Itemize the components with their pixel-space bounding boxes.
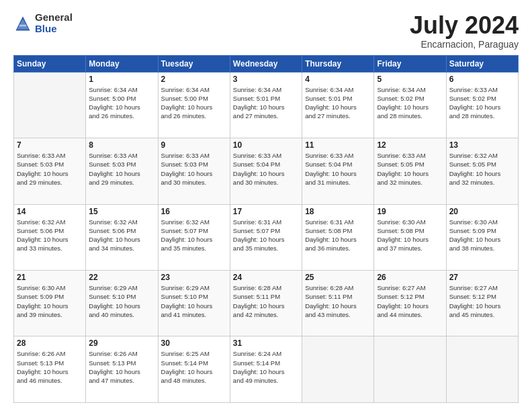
- calendar-cell: 7Sunrise: 6:33 AMSunset: 5:03 PMDaylight…: [14, 138, 86, 204]
- day-info: Sunrise: 6:30 AMSunset: 5:09 PMDaylight:…: [17, 283, 83, 319]
- calendar-cell: 15Sunrise: 6:32 AMSunset: 5:06 PMDayligh…: [86, 204, 158, 270]
- day-number: 8: [89, 140, 154, 150]
- calendar-header-monday: Monday: [86, 55, 158, 72]
- page: General Blue July 2024 Encarnacion, Para…: [0, 0, 532, 411]
- logo-general: General: [35, 12, 73, 24]
- calendar-header-sunday: Sunday: [14, 55, 86, 72]
- calendar-cell: 21Sunrise: 6:30 AMSunset: 5:09 PMDayligh…: [14, 271, 86, 336]
- day-info: Sunrise: 6:31 AMSunset: 5:08 PMDaylight:…: [305, 218, 371, 253]
- calendar-header-tuesday: Tuesday: [158, 55, 230, 72]
- calendar-table: SundayMondayTuesdayWednesdayThursdayFrid…: [13, 55, 519, 403]
- calendar-header-wednesday: Wednesday: [230, 55, 302, 72]
- day-info: Sunrise: 6:28 AMSunset: 5:11 PMDaylight:…: [305, 283, 371, 319]
- day-info: Sunrise: 6:34 AMSunset: 5:01 PMDaylight:…: [305, 85, 371, 121]
- calendar-header-row: SundayMondayTuesdayWednesdayThursdayFrid…: [14, 55, 519, 72]
- day-info: Sunrise: 6:24 AMSunset: 5:14 PMDaylight:…: [233, 349, 299, 385]
- day-number: 4: [305, 75, 371, 84]
- day-number: 29: [89, 338, 154, 348]
- calendar-cell: [14, 72, 86, 138]
- calendar-cell: 25Sunrise: 6:28 AMSunset: 5:11 PMDayligh…: [302, 271, 374, 336]
- day-info: Sunrise: 6:34 AMSunset: 5:00 PMDaylight:…: [161, 85, 227, 121]
- calendar-cell: [374, 336, 446, 403]
- day-number: 5: [377, 75, 443, 84]
- main-title: July 2024: [410, 12, 519, 39]
- day-info: Sunrise: 6:33 AMSunset: 5:05 PMDaylight:…: [377, 151, 443, 187]
- day-info: Sunrise: 6:33 AMSunset: 5:03 PMDaylight:…: [161, 151, 227, 187]
- header: General Blue July 2024 Encarnacion, Para…: [13, 12, 519, 50]
- day-number: 14: [17, 207, 83, 216]
- day-number: 18: [305, 207, 371, 216]
- calendar-cell: 24Sunrise: 6:28 AMSunset: 5:11 PMDayligh…: [230, 271, 302, 336]
- calendar-cell: 19Sunrise: 6:30 AMSunset: 5:08 PMDayligh…: [374, 204, 446, 270]
- day-info: Sunrise: 6:25 AMSunset: 5:14 PMDaylight:…: [161, 349, 227, 385]
- day-number: 2: [161, 75, 227, 84]
- day-info: Sunrise: 6:34 AMSunset: 5:01 PMDaylight:…: [233, 85, 299, 121]
- calendar-cell: 11Sunrise: 6:33 AMSunset: 5:04 PMDayligh…: [302, 138, 374, 204]
- logo-icon: [13, 14, 32, 33]
- day-number: 6: [449, 75, 515, 84]
- calendar-cell: 12Sunrise: 6:33 AMSunset: 5:05 PMDayligh…: [374, 138, 446, 204]
- calendar-cell: 2Sunrise: 6:34 AMSunset: 5:00 PMDaylight…: [158, 72, 230, 138]
- calendar-header-friday: Friday: [374, 55, 446, 72]
- calendar-cell: 4Sunrise: 6:34 AMSunset: 5:01 PMDaylight…: [302, 72, 374, 138]
- day-info: Sunrise: 6:33 AMSunset: 5:02 PMDaylight:…: [449, 85, 515, 121]
- calendar-cell: 18Sunrise: 6:31 AMSunset: 5:08 PMDayligh…: [302, 204, 374, 270]
- title-block: July 2024 Encarnacion, Paraguay: [410, 12, 519, 50]
- day-info: Sunrise: 6:31 AMSunset: 5:07 PMDaylight:…: [233, 218, 299, 253]
- day-number: 27: [449, 273, 515, 282]
- day-number: 1: [89, 75, 154, 84]
- day-info: Sunrise: 6:33 AMSunset: 5:04 PMDaylight:…: [233, 151, 299, 187]
- calendar-cell: [302, 336, 374, 403]
- day-info: Sunrise: 6:27 AMSunset: 5:12 PMDaylight:…: [449, 283, 515, 319]
- day-info: Sunrise: 6:29 AMSunset: 5:10 PMDaylight:…: [89, 283, 154, 319]
- day-info: Sunrise: 6:32 AMSunset: 5:06 PMDaylight:…: [17, 218, 83, 253]
- calendar-week-row: 21Sunrise: 6:30 AMSunset: 5:09 PMDayligh…: [14, 271, 519, 336]
- logo: General Blue: [13, 12, 73, 34]
- calendar-week-row: 14Sunrise: 6:32 AMSunset: 5:06 PMDayligh…: [14, 204, 519, 270]
- day-number: 20: [449, 207, 515, 216]
- day-number: 23: [161, 273, 227, 282]
- day-number: 21: [17, 273, 83, 282]
- calendar-cell: 27Sunrise: 6:27 AMSunset: 5:12 PMDayligh…: [446, 271, 518, 336]
- calendar-header-thursday: Thursday: [302, 55, 374, 72]
- calendar-cell: 26Sunrise: 6:27 AMSunset: 5:12 PMDayligh…: [374, 271, 446, 336]
- day-number: 19: [377, 207, 443, 216]
- day-number: 7: [17, 140, 83, 150]
- day-info: Sunrise: 6:28 AMSunset: 5:11 PMDaylight:…: [233, 283, 299, 319]
- day-info: Sunrise: 6:30 AMSunset: 5:09 PMDaylight:…: [449, 218, 515, 253]
- day-info: Sunrise: 6:34 AMSunset: 5:02 PMDaylight:…: [377, 85, 443, 121]
- calendar-cell: 17Sunrise: 6:31 AMSunset: 5:07 PMDayligh…: [230, 204, 302, 270]
- calendar-week-row: 7Sunrise: 6:33 AMSunset: 5:03 PMDaylight…: [14, 138, 519, 204]
- day-info: Sunrise: 6:33 AMSunset: 5:03 PMDaylight:…: [17, 151, 83, 187]
- day-number: 25: [305, 273, 371, 282]
- day-number: 3: [233, 75, 299, 84]
- calendar-cell: 10Sunrise: 6:33 AMSunset: 5:04 PMDayligh…: [230, 138, 302, 204]
- day-number: 10: [233, 140, 299, 150]
- calendar-cell: 13Sunrise: 6:32 AMSunset: 5:05 PMDayligh…: [446, 138, 518, 204]
- day-info: Sunrise: 6:32 AMSunset: 5:07 PMDaylight:…: [161, 218, 227, 253]
- calendar-cell: 5Sunrise: 6:34 AMSunset: 5:02 PMDaylight…: [374, 72, 446, 138]
- day-number: 30: [161, 338, 227, 348]
- day-number: 13: [449, 140, 515, 150]
- day-number: 22: [89, 273, 154, 282]
- calendar-cell: 1Sunrise: 6:34 AMSunset: 5:00 PMDaylight…: [86, 72, 158, 138]
- day-number: 28: [17, 338, 83, 348]
- calendar-header-saturday: Saturday: [446, 55, 518, 72]
- day-number: 26: [377, 273, 443, 282]
- day-info: Sunrise: 6:30 AMSunset: 5:08 PMDaylight:…: [377, 218, 443, 253]
- day-number: 16: [161, 207, 227, 216]
- calendar-cell: 14Sunrise: 6:32 AMSunset: 5:06 PMDayligh…: [14, 204, 86, 270]
- day-info: Sunrise: 6:27 AMSunset: 5:12 PMDaylight:…: [377, 283, 443, 319]
- day-info: Sunrise: 6:26 AMSunset: 5:13 PMDaylight:…: [89, 349, 154, 385]
- calendar-cell: 20Sunrise: 6:30 AMSunset: 5:09 PMDayligh…: [446, 204, 518, 270]
- calendar-cell: 31Sunrise: 6:24 AMSunset: 5:14 PMDayligh…: [230, 336, 302, 403]
- day-number: 11: [305, 140, 371, 150]
- day-info: Sunrise: 6:29 AMSunset: 5:10 PMDaylight:…: [161, 283, 227, 319]
- calendar-cell: 22Sunrise: 6:29 AMSunset: 5:10 PMDayligh…: [86, 271, 158, 336]
- day-info: Sunrise: 6:26 AMSunset: 5:13 PMDaylight:…: [17, 349, 83, 385]
- calendar-cell: 29Sunrise: 6:26 AMSunset: 5:13 PMDayligh…: [86, 336, 158, 403]
- calendar-cell: 3Sunrise: 6:34 AMSunset: 5:01 PMDaylight…: [230, 72, 302, 138]
- subtitle: Encarnacion, Paraguay: [410, 39, 519, 50]
- calendar-cell: 16Sunrise: 6:32 AMSunset: 5:07 PMDayligh…: [158, 204, 230, 270]
- logo-blue: Blue: [35, 24, 73, 35]
